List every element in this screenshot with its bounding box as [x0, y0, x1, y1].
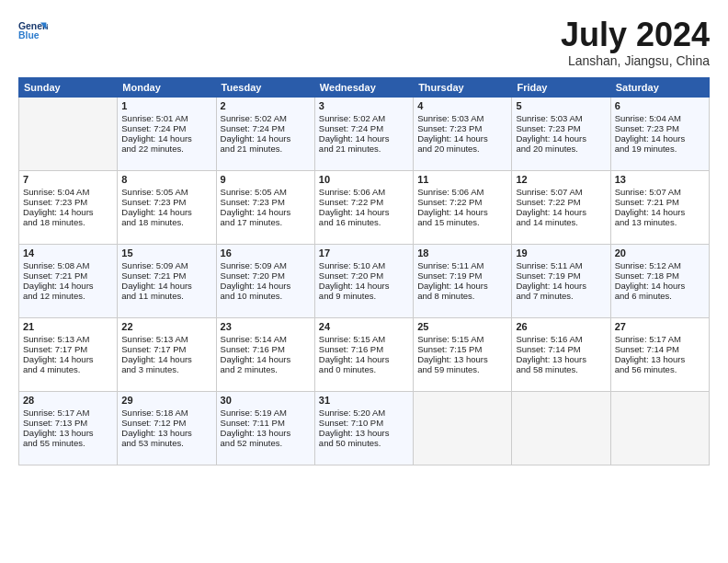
day-number: 11	[417, 174, 507, 185]
day-number: 7	[23, 174, 113, 185]
day-info: Sunset: 7:20 PM	[221, 270, 311, 281]
day-info: Daylight: 14 hours	[417, 207, 507, 217]
calendar-cell: 28Sunrise: 5:17 AMSunset: 7:13 PMDayligh…	[19, 391, 118, 465]
day-info: Sunrise: 5:08 AM	[23, 260, 113, 270]
day-info: Sunset: 7:21 PM	[23, 270, 113, 281]
day-info: Sunrise: 5:13 AM	[23, 334, 113, 344]
day-number: 16	[221, 247, 311, 259]
day-info: and 13 minutes.	[615, 217, 705, 227]
day-info: Sunset: 7:23 PM	[23, 197, 113, 207]
calendar-cell: 23Sunrise: 5:14 AMSunset: 7:16 PMDayligh…	[216, 317, 314, 391]
header-saturday: Saturday	[610, 77, 709, 97]
day-info: and 20 minutes.	[516, 144, 606, 154]
day-info: and 7 minutes.	[516, 291, 606, 301]
day-info: Sunset: 7:11 PM	[221, 418, 311, 428]
day-info: Daylight: 14 hours	[615, 207, 705, 217]
day-number: 23	[221, 321, 311, 332]
calendar-cell: 7Sunrise: 5:04 AMSunset: 7:23 PMDaylight…	[19, 170, 118, 244]
day-number: 12	[516, 174, 606, 185]
day-info: Daylight: 14 hours	[121, 207, 211, 217]
day-info: Sunset: 7:12 PM	[121, 418, 211, 428]
calendar-cell: 22Sunrise: 5:13 AMSunset: 7:17 PMDayligh…	[118, 317, 216, 391]
day-info: and 22 minutes.	[121, 144, 211, 154]
day-info: and 15 minutes.	[417, 217, 507, 227]
day-info: Sunrise: 5:02 AM	[221, 113, 311, 123]
day-info: Sunset: 7:21 PM	[121, 270, 211, 281]
day-info: Daylight: 13 hours	[615, 354, 705, 364]
calendar-cell	[414, 391, 512, 465]
calendar-cell: 16Sunrise: 5:09 AMSunset: 7:20 PMDayligh…	[216, 244, 314, 317]
day-info: Daylight: 13 hours	[516, 354, 606, 364]
day-info: Sunset: 7:14 PM	[516, 344, 606, 354]
day-number: 9	[221, 174, 311, 185]
day-info: Sunset: 7:17 PM	[121, 344, 211, 354]
calendar-cell: 9Sunrise: 5:05 AMSunset: 7:23 PMDaylight…	[216, 170, 314, 244]
day-info: Daylight: 14 hours	[319, 281, 409, 291]
day-info: Sunset: 7:14 PM	[615, 344, 705, 354]
day-info: Sunrise: 5:14 AM	[221, 334, 311, 344]
calendar-cell: 12Sunrise: 5:07 AMSunset: 7:22 PMDayligh…	[512, 170, 610, 244]
day-number: 28	[23, 395, 113, 406]
day-info: and 18 minutes.	[23, 217, 113, 227]
day-info: Daylight: 14 hours	[221, 281, 311, 291]
calendar-cell: 4Sunrise: 5:03 AMSunset: 7:23 PMDaylight…	[414, 97, 512, 170]
day-info: Sunset: 7:10 PM	[319, 418, 409, 428]
day-info: Sunrise: 5:06 AM	[319, 187, 409, 197]
day-info: and 52 minutes.	[221, 438, 311, 448]
calendar-page: General Blue July 2024 Lanshan, Jiangsu,…	[0, 0, 728, 563]
day-info: and 9 minutes.	[319, 291, 409, 301]
day-info: Daylight: 14 hours	[23, 207, 113, 217]
day-info: and 21 minutes.	[319, 144, 409, 154]
calendar-cell: 13Sunrise: 5:07 AMSunset: 7:21 PMDayligh…	[610, 170, 709, 244]
calendar-week-3: 14Sunrise: 5:08 AMSunset: 7:21 PMDayligh…	[19, 244, 710, 317]
day-info: and 14 minutes.	[516, 217, 606, 227]
day-info: and 59 minutes.	[417, 364, 507, 374]
day-number: 17	[319, 247, 409, 259]
day-info: Sunrise: 5:02 AM	[319, 113, 409, 123]
day-info: Daylight: 14 hours	[615, 281, 705, 291]
day-info: Daylight: 14 hours	[23, 354, 113, 364]
day-info: Sunset: 7:22 PM	[417, 197, 507, 207]
day-info: and 17 minutes.	[221, 217, 311, 227]
day-info: Sunrise: 5:01 AM	[121, 113, 211, 123]
day-number: 8	[121, 174, 211, 185]
day-info: Daylight: 13 hours	[417, 354, 507, 364]
day-info: Sunset: 7:19 PM	[516, 270, 606, 281]
day-info: Sunrise: 5:09 AM	[221, 260, 311, 270]
day-info: Sunset: 7:15 PM	[417, 344, 507, 354]
day-info: Sunset: 7:24 PM	[221, 123, 311, 133]
day-info: Sunrise: 5:06 AM	[417, 187, 507, 197]
calendar-cell: 29Sunrise: 5:18 AMSunset: 7:12 PMDayligh…	[118, 391, 216, 465]
day-info: Daylight: 13 hours	[221, 428, 311, 438]
day-info: Sunrise: 5:03 AM	[417, 113, 507, 123]
calendar-week-1: 1Sunrise: 5:01 AMSunset: 7:24 PMDaylight…	[19, 97, 710, 170]
day-info: Daylight: 13 hours	[121, 428, 211, 438]
calendar-cell: 10Sunrise: 5:06 AMSunset: 7:22 PMDayligh…	[314, 170, 413, 244]
day-info: and 2 minutes.	[221, 364, 311, 374]
day-info: and 12 minutes.	[23, 291, 113, 301]
day-info: Sunset: 7:23 PM	[615, 123, 705, 133]
day-info: Daylight: 14 hours	[319, 133, 409, 144]
day-number: 18	[417, 247, 507, 259]
month-title: July 2024	[561, 17, 710, 53]
calendar-cell: 20Sunrise: 5:12 AMSunset: 7:18 PMDayligh…	[610, 244, 709, 317]
calendar-table: Sunday Monday Tuesday Wednesday Thursday…	[18, 77, 710, 465]
header-tuesday: Tuesday	[216, 77, 314, 97]
calendar-week-5: 28Sunrise: 5:17 AMSunset: 7:13 PMDayligh…	[19, 391, 710, 465]
day-info: Daylight: 14 hours	[121, 281, 211, 291]
day-number: 14	[23, 247, 113, 259]
day-info: and 6 minutes.	[615, 291, 705, 301]
day-info: Sunset: 7:13 PM	[23, 418, 113, 428]
header-thursday: Thursday	[414, 77, 512, 97]
header-sunday: Sunday	[19, 77, 118, 97]
logo: General Blue	[18, 17, 48, 46]
calendar-cell: 11Sunrise: 5:06 AMSunset: 7:22 PMDayligh…	[414, 170, 512, 244]
day-info: and 11 minutes.	[121, 291, 211, 301]
day-info: Sunrise: 5:03 AM	[516, 113, 606, 123]
day-info: and 0 minutes.	[319, 364, 409, 374]
day-info: and 21 minutes.	[221, 144, 311, 154]
day-info: Daylight: 13 hours	[23, 428, 113, 438]
day-info: Sunset: 7:23 PM	[417, 123, 507, 133]
day-number: 2	[221, 100, 311, 111]
day-info: Sunset: 7:18 PM	[615, 270, 705, 281]
